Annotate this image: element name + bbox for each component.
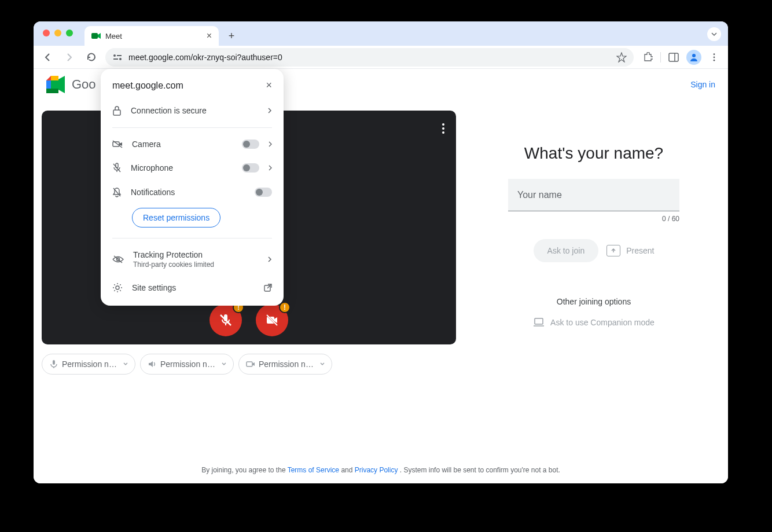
maximize-window-icon[interactable]: [66, 30, 73, 36]
name-prompt: What's your name?: [524, 144, 663, 163]
companion-mode-button[interactable]: Ask to use Companion mode: [533, 318, 655, 327]
companion-label: Ask to use Companion mode: [550, 318, 655, 327]
camera-off-icon: [112, 140, 123, 148]
svg-rect-2: [117, 55, 122, 56]
camera-toggle[interactable]: [242, 140, 259, 149]
speaker-permission-chip[interactable]: Permission ne...: [140, 354, 234, 375]
microphone-permission-row: Microphone: [101, 156, 284, 180]
menu-button[interactable]: [706, 49, 722, 65]
connection-secure-row[interactable]: Connection is secure: [101, 98, 284, 123]
chip-label: Permission ne...: [259, 359, 317, 369]
browser-toolbar: meet.google.com/okr-znyq-soi?authuser=0: [34, 46, 728, 69]
chevron-down-icon: [320, 362, 325, 366]
site-settings-icon[interactable]: [112, 53, 123, 61]
other-options-heading: Other joining options: [557, 297, 631, 306]
browser-tab[interactable]: Meet ×: [84, 26, 219, 46]
chevron-down-icon: [123, 362, 128, 366]
camera-icon: [246, 360, 255, 368]
svg-rect-14: [46, 89, 58, 93]
back-button[interactable]: [39, 49, 56, 65]
tos-link[interactable]: Terms of Service: [288, 466, 339, 474]
svg-point-9: [714, 56, 715, 58]
chevron-down-icon: [711, 31, 718, 38]
tab-close-icon[interactable]: ×: [207, 31, 212, 41]
tab-search-button[interactable]: [707, 27, 721, 41]
forward-button[interactable]: [61, 49, 78, 65]
browser-window: Meet × + meet.google.com/okr-znyq-soi?au…: [34, 21, 728, 483]
svg-rect-5: [669, 53, 678, 61]
svg-point-17: [442, 131, 444, 134]
svg-rect-26: [113, 110, 120, 115]
star-icon: [616, 52, 627, 63]
person-icon: [689, 53, 699, 62]
sidepanel-button[interactable]: [666, 49, 682, 65]
site-settings-row[interactable]: Site settings: [101, 276, 284, 300]
bookmark-button[interactable]: [616, 52, 627, 63]
svg-rect-24: [535, 318, 543, 324]
new-tab-button[interactable]: +: [223, 28, 240, 44]
chevron-right-icon[interactable]: [269, 141, 272, 147]
svg-rect-0: [91, 33, 98, 39]
notifications-toggle[interactable]: [255, 188, 272, 197]
svg-point-8: [714, 53, 715, 55]
reload-icon: [86, 52, 97, 63]
mic-permission-chip[interactable]: Permission ne...: [42, 354, 135, 375]
mic-off-icon: [112, 163, 122, 173]
url-text: meet.google.com/okr-znyq-soi?authuser=0: [128, 53, 282, 62]
window-controls[interactable]: [43, 30, 73, 36]
meet-logo-icon: [46, 76, 67, 93]
svg-point-15: [442, 123, 444, 126]
tracking-protection-row[interactable]: Tracking Protection Third-party cookies …: [101, 243, 284, 276]
brand-text: Goo: [72, 77, 96, 92]
reset-permissions-button[interactable]: Reset permissions: [132, 208, 220, 228]
external-link-icon: [264, 284, 272, 292]
chevron-right-icon: [267, 256, 272, 263]
laptop-icon: [533, 318, 545, 327]
tab-bar: Meet × +: [34, 21, 728, 46]
svg-point-34: [116, 286, 119, 289]
video-options-button[interactable]: [442, 123, 444, 134]
notifications-permission-row: Notifications: [101, 180, 284, 204]
warning-badge-icon: !: [279, 302, 291, 313]
gear-icon: [112, 282, 123, 293]
minimize-window-icon[interactable]: [54, 30, 61, 36]
lock-icon: [112, 105, 122, 116]
camera-permission-row: Camera: [101, 133, 284, 156]
close-window-icon[interactable]: [43, 30, 50, 36]
char-count: 0 / 60: [508, 215, 679, 223]
profile-button[interactable]: [686, 50, 701, 65]
ask-to-join-button[interactable]: Ask to join: [534, 239, 599, 262]
svg-point-16: [442, 127, 444, 130]
name-input[interactable]: [508, 179, 679, 211]
arrow-right-icon: [64, 52, 75, 63]
puzzle-icon: [642, 52, 653, 63]
svg-rect-11: [51, 76, 58, 80]
svg-rect-4: [113, 58, 118, 60]
kebab-icon: [442, 123, 444, 134]
svg-rect-12: [46, 80, 51, 89]
popup-title: meet.google.com: [112, 80, 183, 91]
chip-label: Permission ne...: [62, 359, 120, 369]
privacy-link[interactable]: Privacy Policy: [355, 466, 398, 474]
url-bar[interactable]: meet.google.com/okr-znyq-soi?authuser=0: [105, 48, 634, 67]
present-button[interactable]: Present: [606, 245, 654, 256]
svg-point-7: [692, 54, 696, 57]
signin-link[interactable]: Sign in: [690, 80, 715, 89]
popup-close-button[interactable]: ×: [266, 79, 272, 91]
site-info-popup: meet.google.com × Connection is secure C…: [101, 69, 284, 306]
camera-off-icon: [265, 313, 279, 327]
reload-button[interactable]: [83, 49, 100, 65]
mic-off-icon: [219, 313, 233, 327]
svg-point-3: [119, 58, 122, 60]
camera-permission-chip[interactable]: Permission ne...: [238, 354, 332, 375]
extensions-button[interactable]: [639, 49, 656, 65]
mic-toggle-button[interactable]: !: [209, 304, 242, 336]
tab-title: Meet: [105, 32, 122, 41]
svg-point-1: [113, 54, 116, 57]
microphone-toggle[interactable]: [242, 163, 259, 173]
chevron-down-icon: [222, 362, 226, 366]
bell-off-icon: [112, 187, 122, 197]
panel-icon: [668, 53, 679, 62]
camera-toggle-button[interactable]: !: [256, 304, 288, 336]
chevron-right-icon[interactable]: [269, 165, 272, 171]
